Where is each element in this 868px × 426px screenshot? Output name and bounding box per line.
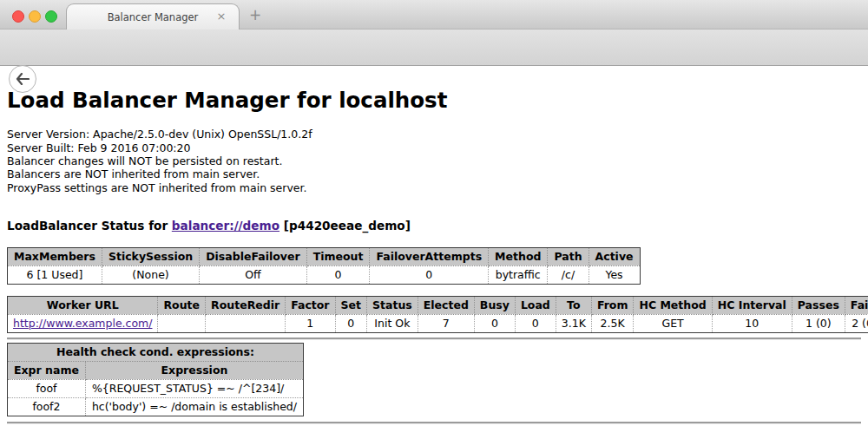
proxypass-notice-line: ProxyPass settings are NOT inherited fro… [7,181,861,194]
server-built-line: Server Built: Feb 9 2016 07:00:20 [7,141,861,154]
table-cell: GET [634,314,712,332]
table-cell: 3.1K [556,314,591,332]
table-cell: 0 [370,265,489,284]
table-row: http://www.example.com/ 1 0 Init Ok 7 0 … [8,314,868,332]
server-info: Server Version: Apache/2.5.0-dev (Unix) … [7,128,861,193]
navigation-toolbar: localhost:8880/balancer-manager Search ☆ [0,29,868,66]
worker-url-link[interactable]: http://www.example.com/ [13,317,152,330]
table-cell [158,314,206,332]
table-cell: 1 (0) [792,314,845,332]
column-header: Path [548,247,589,265]
worker-status-table: Worker URL Route RouteRedir Factor Set S… [7,296,868,333]
table-header-row: MaxMembers StickySession DisableFailover… [8,247,641,265]
new-tab-button[interactable]: + [247,4,264,25]
tab-title: Balancer Manager [108,11,199,23]
column-header: Elected [418,296,474,314]
worker-url-cell: http://www.example.com/ [8,314,158,332]
column-header: HC Interval [712,296,792,314]
expression-cell: %{REQUEST_STATUS} =~ /^[234]/ [85,379,303,397]
table-cell: 0 [335,314,366,332]
table-cell: Yes [589,265,640,284]
table-row: 6 [1 Used] (None) Off 0 0 bytraffic /c/ … [8,265,641,284]
column-header: RouteRedir [206,296,286,314]
column-header: Busy [474,296,515,314]
persist-notice-line: Balancer changes will NOT be persisted o… [7,154,861,167]
zoom-window-button[interactable] [45,10,57,23]
table-cell: /c/ [548,265,589,284]
column-header: MaxMembers [8,247,102,265]
column-header: From [591,296,634,314]
column-header: HC Method [634,296,712,314]
page-title: Load Balancer Manager for localhost [7,88,861,113]
column-header: Passes [792,296,845,314]
table-cell: 0 [306,265,370,284]
table-cell: Off [200,265,306,284]
table-header-row: Expr name Expression [8,361,304,379]
table-cell: 1 [286,314,335,332]
page-content: Load Balancer Manager for localhost Serv… [0,66,868,426]
health-table-title: Health check cond. expressions: [8,343,304,361]
table-cell: 7 [418,314,474,332]
tab-close-icon[interactable]: × [214,10,228,23]
loadbalancer-status-heading: LoadBalancer Status for balancer://demo … [7,219,861,233]
expr-name-cell: foof2 [8,397,86,416]
balancers-notice-line: Balancers are NOT inherited from main se… [7,167,861,180]
column-header: Fails [845,296,868,314]
titlebar: Balancer Manager × + [0,0,868,29]
horizontal-rule [7,422,861,424]
balancer-settings-table: MaxMembers StickySession DisableFailover… [7,247,641,285]
column-header: Expr name [8,361,86,379]
expr-name-cell: foof [8,379,86,397]
table-cell: 10 [712,314,792,332]
table-cell: Init Ok [367,314,418,332]
column-header: Status [367,296,418,314]
table-cell: 0 [474,314,515,332]
horizontal-rule [7,338,861,340]
table-header-row: Worker URL Route RouteRedir Factor Set S… [8,296,868,314]
table-cell: 2 (0) [845,314,868,332]
status-heading-suffix: [p4420eeae_demo] [279,219,411,233]
column-header: StickySession [102,247,199,265]
column-header: Worker URL [8,296,158,314]
column-header: Load [515,296,556,314]
column-header: Expression [85,361,303,379]
table-row: foof2 hc('body') =~ /domain is establish… [8,397,304,416]
table-cell: bytraffic [489,265,548,284]
table-row: foof %{REQUEST_STATUS} =~ /^[234]/ [8,379,304,397]
column-header: Method [489,247,548,265]
table-cell [206,314,286,332]
table-title-row: Health check cond. expressions: [8,343,304,361]
minimize-window-button[interactable] [29,10,41,23]
column-header: DisableFailover [200,247,306,265]
expression-cell: hc('body') =~ /domain is established/ [85,397,303,416]
column-header: FailoverAttempts [370,247,489,265]
column-header: Set [335,296,366,314]
column-header: Route [158,296,206,314]
balancer-demo-link[interactable]: balancer://demo [172,219,279,233]
status-heading-prefix: LoadBalancer Status for [7,219,172,233]
column-header: To [556,296,591,314]
server-version-line: Server Version: Apache/2.5.0-dev (Unix) … [7,128,861,141]
close-window-button[interactable] [12,10,24,23]
table-cell: 2.5K [591,314,634,332]
back-arrow-icon [16,73,30,85]
table-cell: (None) [102,265,199,284]
column-header: Factor [286,296,335,314]
browser-tab[interactable]: Balancer Manager × [66,3,240,29]
table-cell: 6 [1 Used] [8,265,102,284]
column-header: Timeout [306,247,370,265]
table-cell: 0 [515,314,556,332]
column-header: Active [589,247,640,265]
back-button[interactable] [9,65,36,93]
health-check-table: Health check cond. expressions: Expr nam… [7,343,304,416]
